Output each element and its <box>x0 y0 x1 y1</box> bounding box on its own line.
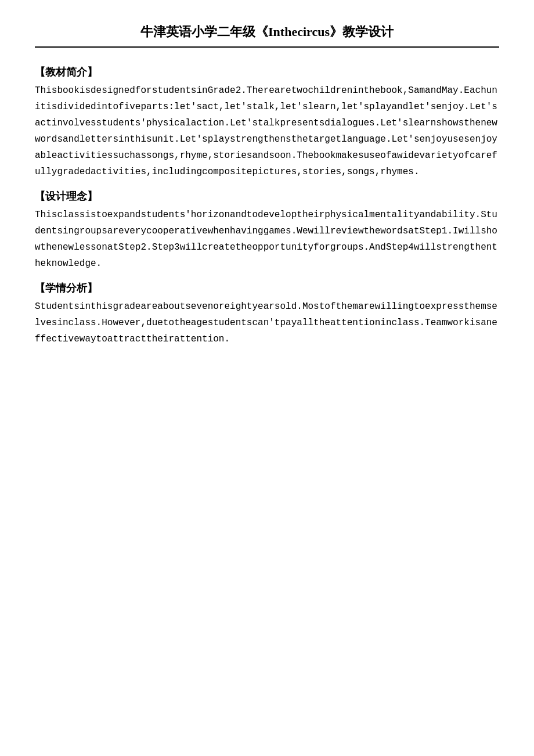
main-content: 【教材简介】 ThisbookisdesignedforstudentsinGr… <box>35 65 499 347</box>
section-shejilinian: 【设计理念】 Thisclassistoexpandstudents'horiz… <box>35 189 499 272</box>
header-title: 牛津英语小学二年级《Inthecircus》教学设计 <box>140 24 394 39</box>
section-jiaocai: 【教材简介】 ThisbookisdesignedforstudentsinGr… <box>35 65 499 180</box>
section-xueqingfenxi-body: Studentsinthisgradeareaboutsevenoreighty… <box>35 298 499 347</box>
page-header: 牛津英语小学二年级《Inthecircus》教学设计 <box>35 23 499 48</box>
section-shejilinian-title: 【设计理念】 <box>35 189 499 203</box>
section-xueqingfenxi: 【学情分析】 Studentsinthisgradeareaboutseveno… <box>35 281 499 347</box>
section-jiaocai-body: ThisbookisdesignedforstudentsinGrade2.Th… <box>35 82 499 180</box>
section-jiaocai-title: 【教材简介】 <box>35 65 499 79</box>
section-shejilinian-body: Thisclassistoexpandstudents'horizonandto… <box>35 207 499 272</box>
section-xueqingfenxi-title: 【学情分析】 <box>35 281 499 295</box>
